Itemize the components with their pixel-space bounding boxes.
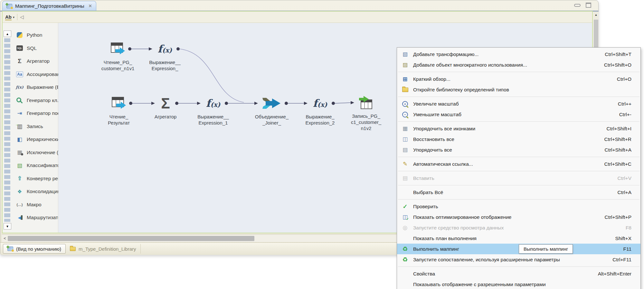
palette-item-label: Python [27, 32, 42, 38]
horizontal-scrollbar-thumb[interactable] [8, 236, 254, 241]
menu-item-shortcut: Ctrl+Shift+R [604, 136, 631, 142]
menu-item-label: Свойства [413, 271, 590, 277]
node-expression-1[interactable]: f(x)Выражение__Expression_1 [191, 93, 236, 126]
font-style-label: Ab [5, 14, 12, 20]
palette-item-sql[interactable]: SQL [13, 42, 58, 55]
palette-item-consolidation[interactable]: Консолидация [13, 185, 58, 198]
node-joiner[interactable]: Объединение__Joiner_ [249, 93, 294, 126]
menu-item-zoom-in[interactable]: Увеличьте масштабCtrl++ [397, 98, 640, 109]
menu-item-run-data-viewer[interactable]: Запустите средство просмотра данныхF8 [397, 222, 640, 233]
arrange-iconic-icon [401, 125, 409, 132]
menu-item-label: Добавьте трансформацию... [413, 51, 597, 57]
menu-item-open-type-definition-library[interactable]: Откройте библиотеку определений типов [397, 84, 640, 95]
menu-item-run-mapping-advanced[interactable]: Запустите сопоставление, используя расши… [397, 254, 640, 265]
node-aggregator[interactable]: ΣАгрегатор [143, 93, 188, 120]
node-expression-0[interactable]: f(x)Выражение__Expression_ [142, 39, 187, 71]
menu-item-shortcut: Ctrl+O [617, 76, 631, 82]
palette-item-association[interactable]: Ассоциирован... [13, 68, 58, 81]
optimized-view-icon [401, 214, 409, 221]
expression-transformation-icon: f(x) [298, 93, 343, 114]
menu-item-auto-link[interactable]: Автоматическая ссылка...Ctrl+Shift+C [397, 159, 640, 169]
node-write-pg[interactable]: Запись_PG_c1_customer_n1v2 [344, 92, 389, 131]
menu-item-arrange-all[interactable]: Упорядочить всеCtrl+Shift+A [397, 144, 640, 155]
menu-item-add-transformation[interactable]: Добавьте трансформацию...Ctrl+Shift+T [397, 49, 640, 60]
node-label-line: Агрегатор [143, 114, 188, 120]
menu-item-validate[interactable]: Проверить [397, 201, 640, 212]
write-transformation-icon [344, 92, 389, 113]
node-label: Чтение_PG_customer_n1v1 [95, 59, 140, 71]
palette-item-expression[interactable]: Выражение (E... [13, 81, 58, 94]
collapse-palette-icon[interactable]: ◁ [20, 14, 24, 20]
node-expression-2[interactable]: f(x)Выражение_Expression_2 [298, 93, 343, 126]
menu-item-shortcut: Ctrl+Shift+P [604, 214, 631, 220]
palette-item-write[interactable]: Запись [13, 120, 58, 133]
node-read-result[interactable]: Чтение_Результат [96, 93, 141, 126]
node-label-line: Чтение_ [96, 114, 141, 120]
menu-item-label: Выбрать Всё [413, 190, 610, 195]
menu-item-add-reusable-object[interactable]: Добавьте объект многократного использова… [397, 60, 640, 70]
menu-item-select-all[interactable]: Выбрать ВсёCtrl+A [397, 187, 640, 198]
node-label: Агрегатор [143, 114, 188, 120]
sql-icon [16, 45, 23, 52]
view-tab-default-view[interactable]: (Вид по умолчанию) [3, 244, 66, 254]
palette-item-exception[interactable]: Исключение (... [13, 146, 58, 159]
menu-item-paste[interactable]: ВставитьCtrl+V [397, 173, 640, 183]
menu-icon-spacer [401, 189, 409, 196]
menu-item-show-mapping-resolved-params[interactable]: Показывать отображение с разрешенными па… [397, 279, 640, 289]
scroll-up-icon[interactable]: ▲ [593, 12, 599, 18]
menu-item-shortcut: Alt+Shift+Enter [598, 271, 631, 277]
scroll-left-icon[interactable]: < [2, 236, 8, 241]
node-label: Объединение__Joiner_ [249, 114, 294, 126]
minimize-icon[interactable] [574, 4, 581, 7]
node-label-line: Выражение_ [298, 114, 343, 120]
palette-item-label: Агрегатор [27, 58, 50, 64]
editor-toolbar: Ab ▾ ◁ [3, 12, 592, 23]
palette-scroll-down-icon[interactable]: ▼ [4, 223, 11, 229]
tab-close-icon[interactable]: ✕ [89, 4, 92, 8]
window-controls [574, 3, 591, 8]
menu-item-show-execution-plan[interactable]: Показать план выполненияShift+X [397, 233, 640, 244]
font-style-button[interactable]: Ab ▾ [5, 14, 14, 20]
menu-separator [398, 171, 639, 171]
palette-item-aggregator[interactable]: Агрегатор [13, 55, 58, 68]
write-small-icon [16, 123, 23, 130]
aggregator-transformation-icon: Σ [143, 93, 188, 114]
menu-item-overview[interactable]: Краткий обзор...Ctrl+O [397, 74, 640, 84]
menu-item-label: Вставить [413, 175, 610, 181]
palette-item-router[interactable]: Маршрутизатор [13, 211, 58, 224]
menu-item-show-optimized-view[interactable]: Показать оптимизированное отображениеCtr… [397, 212, 640, 222]
menu-item-label: Показывать отображение с разрешенными па… [413, 282, 624, 287]
palette-item-python[interactable]: Python [13, 29, 58, 42]
palette-item-case-converter[interactable]: Конвертер рег... [13, 172, 58, 185]
menu-item-restore-all[interactable]: Восстановить всеCtrl+Shift+R [397, 134, 640, 144]
node-label-line: Объединение_ [249, 114, 294, 120]
toolbar-separator [17, 14, 17, 20]
palette-scroll-up-icon[interactable]: ▲ [4, 31, 11, 37]
menu-item-label: Краткий обзор... [413, 76, 609, 82]
node-read-pg-customer[interactable]: Чтение_PG_customer_n1v1 [95, 39, 140, 71]
menu-item-shortcut: F8 [626, 225, 631, 231]
palette-item-macro[interactable]: Макро [13, 198, 58, 211]
menu-item-zoom-out[interactable]: Уменьшите масштабCtrl+- [397, 109, 640, 120]
menu-item-arrange-all-iconic[interactable]: Упорядочить все иконкамиCtrl+Shift+I [397, 123, 640, 134]
menu-item-properties[interactable]: СвойстваAlt+Shift+Enter [397, 268, 640, 279]
overview-icon [401, 76, 409, 83]
view-tab-type-definition-library[interactable]: m_Type_Definition_Library [66, 244, 140, 254]
node-label: Запись_PG_c1_customer_n1v2 [344, 113, 389, 131]
mapping-icon [7, 247, 13, 251]
menu-item-label: Автоматическая ссылка... [413, 161, 597, 167]
node-label: Выражение__Expression_ [142, 59, 187, 71]
palette-item-key-generator[interactable]: Генератор кл... [13, 94, 58, 107]
palette-item-sequence-generator[interactable]: Генератор пос... [13, 107, 58, 120]
add-transformation-icon [401, 51, 409, 58]
palette-item-classifier[interactable]: Классификатор [13, 159, 58, 172]
menu-separator [398, 157, 639, 157]
expression-transformation-icon: f(x) [191, 93, 236, 114]
menu-item-label: Запустите сопоставление, используя расши… [413, 257, 605, 263]
tab-mapping[interactable]: Маппинг_ПодготовкаВитрины ✕ [2, 1, 96, 11]
menu-item-label: Проверить [413, 204, 624, 210]
palette-item-label: Макро [27, 202, 42, 208]
expression-small-icon [16, 84, 23, 91]
maximize-icon[interactable] [586, 3, 591, 8]
palette-item-hierarchical[interactable]: Иерархически... [13, 133, 58, 146]
